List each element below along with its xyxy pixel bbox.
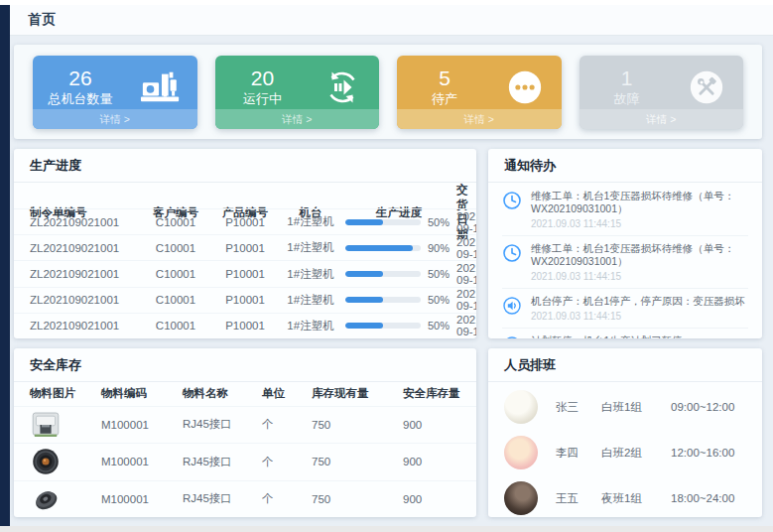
- progress-bar: 50%: [341, 294, 456, 306]
- staff-row: 王五 夜班1组 18:00~24:00: [504, 475, 748, 517]
- stat-value: 5: [409, 66, 480, 90]
- stat-label: 待产: [409, 90, 480, 108]
- panel-title: 安全库存: [14, 348, 476, 382]
- stat-label: 总机台数量: [45, 90, 116, 108]
- panel-title: 通知待办: [488, 149, 762, 183]
- table-header: 制令单编号 客户编号 产品编号 机台 生产进度 交货日期: [14, 183, 476, 208]
- stat-card-total-machines[interactable]: 26 总机台数量: [33, 56, 197, 129]
- staff-schedule-panel: 人员排班 张三 白班1组 09:00~12:00 李四 白班2组 12:: [488, 348, 762, 517]
- panel-title: 生产进度: [14, 149, 476, 183]
- ellipsis-icon: [504, 67, 546, 107]
- running-icon: [322, 67, 363, 107]
- staff-row: 李四 白班2组 12:00~16:00: [504, 430, 748, 475]
- clock-icon: [502, 243, 522, 263]
- detail-link[interactable]: 详情 >: [33, 109, 197, 129]
- notification-item[interactable]: 计划暂停：机台1生产计划已暂停 2021.09.03 11:44:15: [502, 329, 748, 338]
- table-row: ZL202109021001 C10001 P10001 1#注塑机 50% 2…: [14, 287, 476, 313]
- progress-bar: 50%: [341, 320, 456, 332]
- speaker-angled-image: [30, 483, 64, 515]
- collapsed-sidebar: [0, 5, 10, 526]
- avatar: [504, 390, 538, 424]
- staff-row: 张三 白班1组 09:00~12:00: [504, 384, 748, 430]
- speaker-icon: [502, 335, 522, 338]
- content: 26 总机台数量: [10, 36, 773, 526]
- progress-bar: 90%: [341, 242, 456, 254]
- notification-item[interactable]: 维修工单：机台1变压器损坏待维修（单号：WX202109031001） 2021…: [502, 236, 748, 289]
- table-row: ZL202109021001 C10001 P10001 1#注塑机 50% 2…: [14, 260, 476, 286]
- staff-name: 王五: [556, 491, 601, 506]
- stat-card-running[interactable]: 20 运行中: [215, 56, 380, 129]
- notification-item[interactable]: 机台停产：机台1停产，停产原因：变压器损坏 2021.09.03 11:44:1…: [502, 289, 748, 329]
- speaker-front-image: [30, 446, 64, 477]
- detail-link[interactable]: 详情 >: [580, 109, 744, 129]
- machine-icon: [140, 67, 182, 107]
- clock-icon: [502, 191, 522, 210]
- stat-card-fault[interactable]: 1 故障: [580, 56, 744, 129]
- page-header: 首页: [10, 5, 773, 36]
- stat-value: 1: [591, 66, 663, 90]
- stat-value: 26: [45, 66, 116, 90]
- staff-shift: 夜班1组: [601, 491, 671, 506]
- table-row: ZL202109021001 C10001 P10001 1#注塑机 90% 2…: [14, 234, 476, 260]
- bottom-edge: [0, 526, 773, 532]
- staff-name: 李四: [556, 446, 601, 461]
- staff-time: 12:00~16:00: [671, 447, 748, 459]
- rj45-connector-image: [30, 409, 64, 441]
- table-header: 物料图片 物料编码 物料名称 单位 库存现有量 安全库存量: [14, 382, 476, 406]
- stat-label: 运行中: [227, 90, 299, 108]
- timestamp: 2021.09.03 11:44:15: [531, 311, 745, 323]
- stat-label: 故障: [591, 90, 663, 108]
- production-progress-panel: 生产进度 制令单编号 客户编号 产品编号 机台 生产进度 交货日期 ZL2021…: [14, 149, 476, 338]
- safety-stock-panel: 安全库存 物料图片 物料编码 物料名称 单位 库存现有量 安全库存量: [14, 348, 476, 517]
- staff-name: 张三: [556, 400, 601, 415]
- stat-cards-panel: 26 总机台数量: [14, 45, 762, 139]
- detail-link[interactable]: 详情 >: [215, 109, 380, 129]
- staff-time: 18:00~24:00: [671, 492, 748, 504]
- detail-link[interactable]: 详情 >: [397, 109, 562, 129]
- notifications-panel: 通知待办 维修工单：机台1变压器损坏待维修（单号：WX202109031001）: [488, 149, 762, 338]
- staff-time: 09:00~12:00: [671, 401, 748, 413]
- notification-item[interactable]: 维修工单：机台1变压器损坏待维修（单号：WX202109031001） 2021…: [502, 184, 748, 236]
- staff-shift: 白班2组: [601, 446, 671, 461]
- dashboard-screen: 首页 26 总机台数量: [0, 0, 773, 532]
- progress-bar: 50%: [341, 268, 456, 280]
- timestamp: 2021.09.03 11:44:15: [531, 218, 748, 230]
- progress-bar: 50%: [341, 216, 456, 228]
- page-title: 首页: [28, 11, 57, 29]
- table-row: M100001 RJ45接口 个 750 900: [14, 443, 476, 479]
- speaker-icon: [502, 296, 522, 316]
- timestamp: 2021.09.03 11:44:15: [531, 271, 748, 283]
- table-row: M100001 RJ45接口 个 750 900: [14, 480, 476, 517]
- stat-card-waiting[interactable]: 5 待产 详情 >: [397, 56, 562, 129]
- main-area: 首页 26 总机台数量: [10, 5, 773, 526]
- avatar: [504, 481, 538, 515]
- table-row: ZL202109021001 C10001 P10001 1#注塑机 50% 2…: [14, 208, 476, 234]
- stat-value: 20: [227, 66, 299, 90]
- panel-title: 人员排班: [488, 348, 762, 382]
- avatar: [504, 436, 538, 469]
- table-row: ZL202109021001 C10001 P10001 1#注塑机 50% 2…: [14, 313, 476, 338]
- staff-shift: 白班1组: [601, 400, 671, 415]
- table-row: M100001 RJ45接口 个 750 900: [14, 406, 476, 443]
- repair-tools-icon: [686, 67, 727, 107]
